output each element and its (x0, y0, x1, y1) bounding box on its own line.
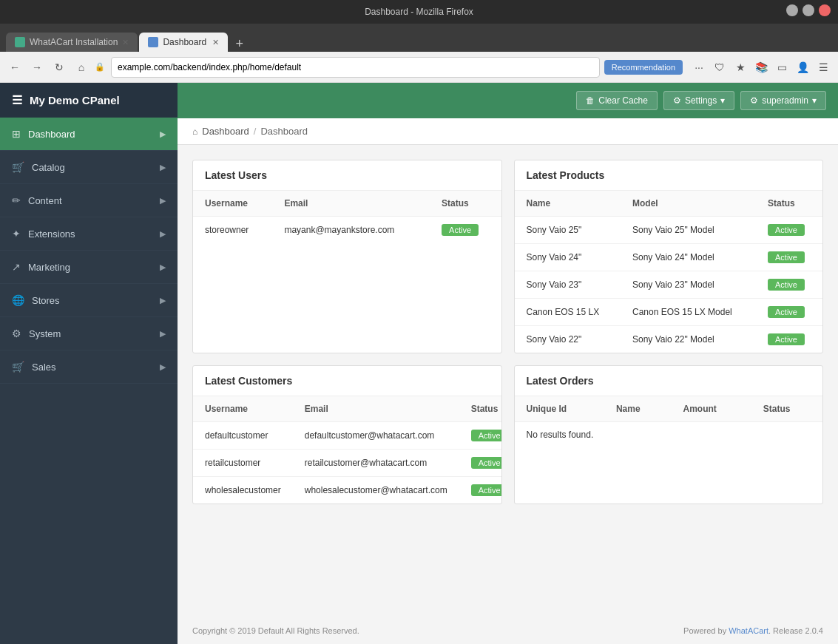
bookmarks-button[interactable]: 🛡 (711, 58, 729, 76)
latest-orders-table: Unique Id Name Amount Status No results … (515, 396, 823, 447)
system-icon: ⚙ (12, 328, 21, 339)
user-username: storeowner (193, 217, 272, 244)
customer-email: defaultcustomer@whatacart.com (293, 422, 459, 450)
user-label: superadmin (762, 95, 808, 106)
sidebar-item-catalog[interactable]: 🛒 Catalog ▶ (0, 151, 178, 184)
table-row: storeowner mayank@mayankstore.com Active (193, 217, 501, 244)
account-button[interactable]: 👤 (794, 58, 811, 76)
breadcrumb-separator: / (254, 126, 257, 137)
sidebar-item-dashboard-label: Dashboard (28, 129, 75, 140)
sidebar: ☰ My Demo CPanel ⊞ Dashboard ▶ 🛒 Catalog… (0, 83, 178, 644)
customer-status: Active (459, 422, 502, 450)
product-name: Sony Vaio 23" (515, 271, 621, 299)
footer-powered-link[interactable]: WhatACart (729, 626, 768, 635)
bookmark-star-button[interactable]: ★ (731, 58, 749, 76)
footer-powered-suffix: . Release 2.0.4 (768, 626, 823, 635)
latest-products-table: Name Model Status Sony Vaio 25" Sony Vai… (515, 191, 823, 353)
orders-col-amount: Amount (671, 396, 751, 422)
sidebar-item-content[interactable]: ✏ Content ▶ (0, 184, 178, 217)
product-name: Sony Vaio 22" (515, 326, 621, 353)
home-button[interactable]: ⌂ (72, 58, 90, 76)
clear-cache-label: Clear Cache (598, 95, 648, 106)
orders-no-results: No results found. (515, 422, 823, 448)
sidebar-brand-name: My Demo CPanel (30, 94, 120, 106)
settings-icon: ⚙ (673, 95, 681, 106)
latest-orders-title: Latest Orders (515, 366, 823, 396)
catalog-icon: 🛒 (12, 161, 24, 173)
customers-col-username: Username (193, 396, 293, 422)
orders-col-status: Status (751, 396, 822, 422)
recommendation-button[interactable]: Recommendation (604, 60, 683, 75)
tab-whatacard-installation[interactable]: WhatACart Installation ✕ (6, 33, 138, 52)
tab2-label: Dashboard (163, 37, 206, 47)
table-row: retailcustomer retailcustomer@whatacart.… (193, 450, 502, 477)
window-controls (786, 4, 831, 16)
forward-button[interactable]: → (28, 58, 46, 76)
user-button[interactable]: ⚙ superadmin ▾ (740, 91, 826, 110)
tab1-close[interactable]: ✕ (122, 38, 129, 47)
reload-button[interactable]: ↻ (50, 58, 68, 76)
maximize-btn[interactable] (802, 4, 814, 16)
latest-users-table: Username Email Status storeowner mayank@… (193, 191, 501, 243)
orders-col-name: Name (604, 396, 672, 422)
sidebar-item-stores[interactable]: 🌐 Stores ▶ (0, 284, 178, 317)
orders-no-results-row: No results found. (515, 422, 823, 448)
sidebar-item-system[interactable]: ⚙ System ▶ (0, 317, 178, 350)
sidebar-brand: ☰ My Demo CPanel (0, 83, 178, 118)
sidebar-toggle-button[interactable]: ▭ (773, 58, 791, 76)
products-col-status: Status (756, 191, 822, 217)
sidebar-item-sales-label: Sales (32, 362, 56, 373)
latest-users-title: Latest Users (193, 160, 501, 191)
stores-arrow: ▶ (160, 296, 166, 305)
stores-icon: 🌐 (12, 294, 24, 306)
breadcrumb-dashboard-link[interactable]: Dashboard (202, 126, 249, 137)
back-button[interactable]: ← (6, 58, 24, 76)
close-btn[interactable] (819, 4, 831, 16)
overflow-menu-button[interactable]: ··· (690, 58, 708, 76)
browser-tabs: WhatACart Installation ✕ Dashboard ✕ + (0, 24, 838, 52)
user-status: Active (430, 217, 501, 244)
product-name: Sony Vaio 24" (515, 244, 621, 271)
url-input[interactable] (111, 57, 600, 78)
user-icon: ⚙ (750, 95, 758, 106)
menu-button[interactable]: ☰ (814, 58, 832, 76)
tab2-close[interactable]: ✕ (212, 38, 219, 47)
tab1-label: WhatACart Installation (30, 37, 118, 47)
sales-arrow: ▶ (160, 362, 166, 372)
extensions-arrow: ▶ (160, 229, 166, 239)
product-status: Active (756, 244, 822, 271)
extensions-icon: ✦ (12, 228, 21, 240)
customers-col-status: Status (459, 396, 502, 422)
sidebar-item-marketing[interactable]: ↗ Marketing ▶ (0, 251, 178, 284)
sales-icon: 🛒 (12, 361, 24, 373)
clear-cache-button[interactable]: 🗑 Clear Cache (576, 91, 658, 110)
system-arrow: ▶ (160, 329, 166, 339)
panels-row-2: Latest Customers Username Email Status d… (178, 353, 838, 504)
new-tab-button[interactable]: + (229, 36, 249, 52)
product-name: Sony Vaio 25" (515, 217, 621, 244)
users-col-status: Status (430, 191, 501, 217)
sidebar-item-dashboard[interactable]: ⊞ Dashboard ▶ (0, 118, 178, 151)
sidebar-item-extensions[interactable]: ✦ Extensions ▶ (0, 217, 178, 251)
footer-powered-prefix: Powered by (683, 626, 729, 635)
table-row: Sony Vaio 22" Sony Vaio 22" Model Active (515, 326, 823, 353)
breadcrumb: ⌂ Dashboard / Dashboard (178, 118, 838, 145)
customer-email: retailcustomer@whatacart.com (293, 450, 459, 477)
customer-email: wholesalecustomer@whatacart.com (293, 477, 459, 504)
product-model: Sony Vaio 23" Model (621, 271, 756, 299)
table-row: Canon EOS 15 LX Canon EOS 15 LX Model Ac… (515, 299, 823, 326)
minimize-btn[interactable] (786, 4, 798, 16)
settings-button[interactable]: ⚙ Settings ▾ (663, 91, 734, 110)
dashboard-icon: ⊞ (12, 128, 21, 140)
hamburger-icon[interactable]: ☰ (12, 93, 22, 107)
latest-customers-title: Latest Customers (193, 366, 501, 396)
sidebar-item-sales[interactable]: 🛒 Sales ▶ (0, 350, 178, 384)
table-row: Sony Vaio 25" Sony Vaio 25" Model Active (515, 217, 823, 244)
sidebar-item-system-label: System (29, 328, 61, 339)
tab2-favicon (148, 37, 158, 47)
main-content: 🗑 Clear Cache ⚙ Settings ▾ ⚙ superadmin … (178, 83, 838, 644)
browser-titlebar: Dashboard - Mozilla Firefox (0, 0, 838, 24)
content-arrow: ▶ (160, 196, 166, 206)
tab-dashboard[interactable]: Dashboard ✕ (139, 33, 228, 52)
library-button[interactable]: 📚 (752, 58, 770, 76)
